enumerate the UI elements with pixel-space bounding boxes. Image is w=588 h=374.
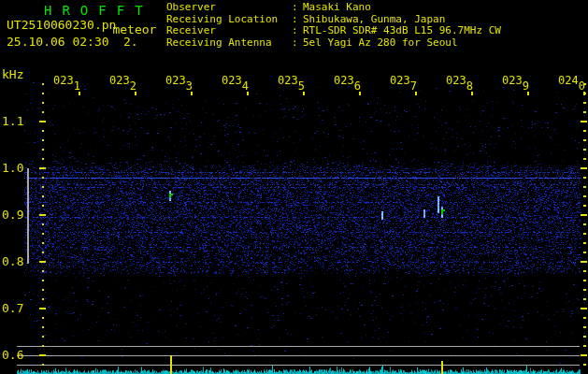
info-value: 5el Yagi Az 280 for Seoul [303, 36, 458, 49]
time-axis-label: 0237 [390, 74, 417, 87]
datetime-label: 25.10.06 02:30 [7, 35, 109, 49]
info-label: Receiving Antenna [166, 37, 292, 50]
filename-label: UT2510060230.pnmeteor [7, 18, 156, 32]
info-value: Masaki Kano [303, 1, 371, 13]
time-axis-label: 0234 [222, 74, 249, 87]
freq-axis-unit-label: kHz [2, 67, 23, 81]
time-axis-label: 0236 [334, 74, 361, 87]
station-info: Observer:Masaki Kano Receiving Location:… [166, 2, 501, 49]
info-label: Receiver [166, 25, 292, 37]
freq-axis-label: 0.8 [2, 254, 23, 268]
info-separator: : [292, 37, 303, 50]
spectrogram-canvas [0, 0, 588, 374]
info-value: Shibukawa, Gunma, Japan [303, 13, 445, 25]
filename-text: UT2510060230.pn [7, 18, 116, 32]
meteor-count: 2. [123, 35, 138, 49]
freq-axis-label: 0.6 [2, 348, 23, 362]
time-axis-label: 0235 [278, 74, 305, 87]
info-label: Observer [166, 2, 292, 14]
info-row-antenna: Receiving Antenna:5el Yagi Az 280 for Se… [166, 37, 501, 50]
time-axis-label: 0240 [558, 74, 585, 87]
freq-axis-label: 0.7 [2, 301, 23, 315]
time-axis-label: 0231 [53, 74, 80, 87]
time-axis-label: 0239 [502, 74, 529, 87]
hrofft-screen: HROFFT UT2510060230.pnmeteor 25.10.06 02… [0, 0, 588, 374]
freq-axis-label: 0.9 [2, 208, 23, 222]
freq-axis-label: 1.1 [2, 114, 23, 128]
freq-axis-label: 1.0 [2, 161, 23, 175]
time-axis-label: 0238 [446, 74, 473, 87]
info-separator: : [292, 2, 303, 14]
app-title: HROFFT [44, 3, 153, 18]
time-axis-label: 0232 [109, 74, 136, 87]
info-separator: : [292, 25, 303, 37]
info-value: RTL-SDR SDR# 43dB L15 96.7MHz CW [303, 24, 501, 36]
time-axis-label: 0233 [165, 74, 193, 87]
